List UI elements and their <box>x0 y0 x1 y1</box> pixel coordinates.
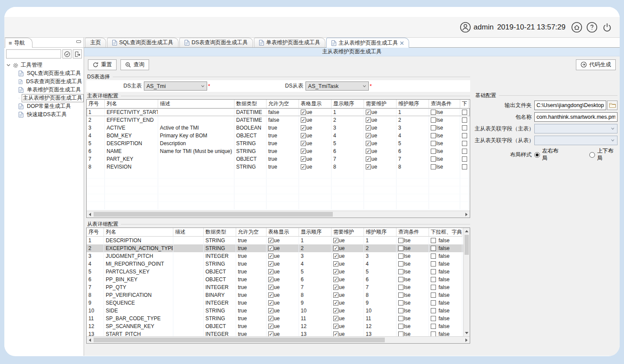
radio-option-lr[interactable]: 左右布局 <box>534 147 562 162</box>
checkbox[interactable]: ✓ <box>366 156 371 162</box>
table-row[interactable]: 9 SEQUENCE INTEGER true ✓ue 9 ✓ue 9 <box>87 299 463 307</box>
checkbox[interactable]: ✓ <box>333 269 338 274</box>
checkbox[interactable] <box>398 300 403 306</box>
column-header[interactable]: 下 <box>460 100 469 108</box>
checkbox[interactable]: ✓ <box>301 141 306 146</box>
checkbox[interactable]: ✓ <box>301 133 306 138</box>
tree-item[interactable]: 快速建DS表工具 <box>4 110 84 119</box>
checkbox[interactable]: ✓ <box>268 316 273 321</box>
checkbox[interactable] <box>462 149 467 154</box>
checkbox[interactable] <box>398 324 403 329</box>
checkbox[interactable]: ✓ <box>268 246 273 251</box>
table-row[interactable]: 5 PARTCLASS_KEY OBJECT true ✓ue 5 ✓ue 5 <box>87 268 463 276</box>
table-row[interactable]: 7 PP_QTY INTEGER true ✓ue 7 ✓ue 7 <box>87 283 463 291</box>
scroll-right-arrow[interactable] <box>465 213 468 216</box>
column-header[interactable]: 允许为空 <box>266 100 299 108</box>
checkbox[interactable] <box>431 246 436 251</box>
checkbox[interactable]: ✓ <box>268 324 273 329</box>
checkbox[interactable]: ✓ <box>366 117 371 123</box>
editor-tab[interactable]: 主从表维护页面生成工具 <box>326 38 410 48</box>
checkbox[interactable] <box>431 277 436 282</box>
checkbox[interactable] <box>431 156 436 162</box>
column-header[interactable]: 序号 <box>87 228 104 237</box>
checkbox[interactable] <box>462 125 467 130</box>
scroll-down-arrow[interactable] <box>465 332 468 334</box>
scroll-right-arrow[interactable] <box>465 338 468 342</box>
checkbox[interactable] <box>398 292 403 298</box>
column-header[interactable]: 查询条件 <box>429 100 460 108</box>
ds-master-select[interactable]: AS_Tmi <box>144 81 207 91</box>
editor-tab[interactable]: DS表查询页面生成工具 <box>179 38 253 47</box>
tree-item[interactable]: SQL查询页面生成工具 <box>4 69 84 78</box>
scrollbar-thumb[interactable] <box>94 338 385 342</box>
detail-link-field-select[interactable] <box>534 136 618 145</box>
column-header[interactable]: 维护顺序 <box>396 100 429 108</box>
checkbox[interactable]: ✓ <box>333 300 338 306</box>
checkbox[interactable] <box>462 110 467 115</box>
checkbox[interactable]: ✓ <box>333 246 338 251</box>
checkbox[interactable]: ✓ <box>301 164 306 169</box>
table-row[interactable]: 8 PP_VERIFICATION BINARY true ✓ue 8 ✓ue <box>87 291 463 299</box>
checkbox[interactable] <box>431 261 436 266</box>
column-header[interactable]: 需要维护 <box>332 228 364 237</box>
checkbox[interactable] <box>431 110 436 115</box>
column-header[interactable]: 表格显示 <box>266 228 299 237</box>
checkbox[interactable] <box>431 117 436 123</box>
column-header[interactable]: 显示顺序 <box>332 100 364 108</box>
tree-root-tools[interactable]: 工具管理 <box>4 61 84 69</box>
scrollbar-thumb[interactable] <box>465 235 469 255</box>
ds-detail-select[interactable]: AS_TmiTask <box>306 81 369 91</box>
checkbox[interactable]: ✓ <box>301 110 306 115</box>
checkbox[interactable]: ✓ <box>268 277 273 282</box>
table-row[interactable]: 3 ACTIVE Active of the TMI BOOLEAN true … <box>87 124 470 132</box>
checkbox[interactable] <box>398 254 403 259</box>
checkbox[interactable] <box>398 269 403 274</box>
editor-tab[interactable]: SQL查询页面生成工具 <box>107 38 179 47</box>
table-row[interactable]: 6 NAME Name for TMI (Must be unique) STR… <box>87 147 470 155</box>
checkbox[interactable]: ✓ <box>333 308 338 313</box>
table-row[interactable]: 7 PART_KEY OBJECT true ✓ue 7 ✓ue 7 <box>87 155 470 163</box>
table-row[interactable]: 12 SP_SCANNER_KEY OBJECT true ✓ue 12 ✓ue <box>87 322 463 330</box>
checkbox[interactable]: ✓ <box>268 308 273 313</box>
checkbox[interactable] <box>431 164 436 169</box>
checkbox[interactable] <box>431 292 436 298</box>
tree-item[interactable]: 单表维护页面生成工具 <box>4 86 84 94</box>
checkbox[interactable]: ✓ <box>301 156 306 162</box>
checkbox[interactable]: ✓ <box>268 292 273 298</box>
checkbox[interactable] <box>398 308 403 313</box>
power-icon[interactable] <box>601 22 613 33</box>
link-editor-button[interactable] <box>73 49 82 58</box>
checkbox[interactable] <box>431 324 436 329</box>
checkbox[interactable]: ✓ <box>333 254 338 259</box>
checkbox[interactable] <box>431 269 436 274</box>
column-header[interactable]: 允许为空 <box>236 228 266 237</box>
checkbox[interactable]: ✓ <box>366 125 371 130</box>
package-name-input[interactable] <box>534 112 618 122</box>
column-header[interactable]: 描述 <box>173 228 204 237</box>
table-row[interactable]: 2 EXCEPTION_ACTION_TYPE STRING true ✓ue … <box>87 244 463 252</box>
checkbox[interactable] <box>462 156 467 162</box>
checkbox[interactable]: ✓ <box>301 125 306 130</box>
table-row[interactable]: 2 EFFECTIVITY_END DATETIME false ✓ue 2 ✓… <box>87 116 470 124</box>
checkbox[interactable]: ✓ <box>301 149 306 154</box>
checkbox[interactable]: ✓ <box>366 149 371 154</box>
horizontal-scrollbar[interactable] <box>87 336 470 343</box>
table-row[interactable]: 4 MI_REPORTING_POINT STRING true ✓ue 4 ✓… <box>87 260 463 268</box>
checkbox[interactable]: ✓ <box>268 269 273 274</box>
horizontal-scrollbar[interactable] <box>87 211 470 218</box>
checkbox[interactable]: ✓ <box>268 285 273 290</box>
tree-item[interactable]: 主从表维护页面生成工具 <box>4 94 84 102</box>
column-header[interactable]: 显示顺序 <box>299 228 332 237</box>
checkbox[interactable]: ✓ <box>333 324 338 329</box>
vertical-scrollbar[interactable] <box>463 228 470 336</box>
checkbox[interactable] <box>431 149 436 154</box>
column-header[interactable]: 数据类型 <box>234 100 266 108</box>
checkbox[interactable]: ✓ <box>268 261 273 266</box>
radio-option-tb[interactable]: 上下布局 <box>589 147 618 162</box>
checkbox[interactable]: ✓ <box>333 261 338 266</box>
table-row[interactable]: 5 DESCRIPTION Description STRING true ✓u… <box>87 140 470 147</box>
close-icon[interactable] <box>400 41 404 45</box>
table-row[interactable]: 4 BOM_KEY Primary Key of BOM OBJECT true… <box>87 132 470 140</box>
radio-selected[interactable] <box>534 152 540 158</box>
checkbox[interactable] <box>462 141 467 146</box>
